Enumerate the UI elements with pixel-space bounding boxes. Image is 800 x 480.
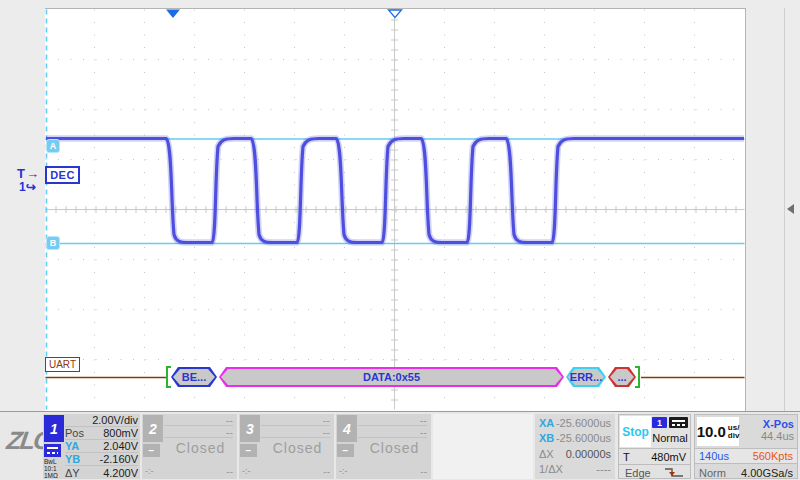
ya-value: 2.040V bbox=[103, 440, 138, 452]
decode-error-text: ERR... bbox=[566, 367, 606, 387]
xa-row: XA -25.6000us bbox=[539, 415, 611, 431]
decode-more-bubble[interactable]: ... bbox=[608, 367, 636, 387]
channel4-panel[interactable]: 4 − -- -- Closed -:- -- bbox=[336, 414, 431, 479]
xpos-readout: X-Pos 44.4us bbox=[761, 418, 794, 442]
channel3-badge[interactable]: 3 bbox=[240, 415, 260, 442]
sample-rate-row: Norm 4.00GSa/s bbox=[695, 465, 797, 480]
decode-data-text: DATA:0x55 bbox=[219, 367, 564, 387]
uart-bus-label[interactable]: UART bbox=[45, 357, 80, 372]
waveform-screen: T→ 1↪ A B DEC UART BE... DATA:0x55 ERR..… bbox=[0, 0, 800, 411]
acquisition-window-row: 140us 560Kpts bbox=[695, 448, 797, 464]
trigger-source-row: 1 bbox=[652, 417, 688, 430]
trigger-dc-coupling-icon bbox=[669, 417, 688, 428]
xb-row: XB -25.6000us bbox=[539, 431, 611, 447]
decode-indicator[interactable]: DEC bbox=[45, 166, 80, 184]
acquisition-mode: Norm bbox=[699, 467, 726, 479]
cursor-dy-row: ΔY 4.200V bbox=[65, 466, 138, 479]
trigger-type-label: Edge bbox=[625, 467, 651, 479]
channel1-position-marker[interactable]: 1↪ bbox=[19, 180, 36, 194]
xa-value: -25.6000us bbox=[556, 417, 611, 429]
waveform-plot bbox=[0, 0, 800, 411]
side-panel-divider bbox=[784, 8, 785, 411]
channel4-dash: -- bbox=[420, 466, 427, 477]
dx-value: 0.00000s bbox=[566, 448, 611, 460]
channel1-panel[interactable]: 1 BwL 10:1 1MΩ 2.00V/div Pos 800mV YA 2.… bbox=[43, 414, 140, 479]
channel3-dash: -- bbox=[323, 466, 330, 477]
decode-start-text: BE... bbox=[171, 367, 217, 387]
trigger-mode[interactable]: Normal bbox=[652, 432, 688, 444]
channel2-dash-row: -- bbox=[164, 414, 233, 426]
memory-depth: 560Kpts bbox=[753, 450, 793, 462]
channel2-imp-dash: -:- bbox=[145, 466, 154, 476]
side-panel-expander-icon[interactable] bbox=[787, 204, 794, 214]
status-bar: ZLG® 1 BwL 10:1 1MΩ 2.00V/div Pos 800mV … bbox=[0, 411, 800, 480]
trigger-level-value: 480mV bbox=[651, 451, 686, 463]
timebase-scale-box[interactable]: 10.0 us/div bbox=[697, 417, 739, 446]
channel2-dash: -- bbox=[226, 466, 233, 477]
channel4-status: Closed bbox=[358, 440, 431, 456]
channel1-pos-value: 800mV bbox=[103, 427, 138, 439]
timebase-scale: 10.0 bbox=[697, 423, 726, 440]
channel2-panel[interactable]: 2 − -- -- Closed -:- -- bbox=[142, 414, 237, 479]
channel2-dash-row: -- bbox=[164, 426, 233, 438]
channel4-dash-row: -- bbox=[358, 414, 427, 426]
decode-more-text: ... bbox=[608, 367, 636, 387]
run-state-indicator[interactable]: Stop bbox=[620, 416, 651, 447]
xpos-label: X-Pos bbox=[761, 418, 794, 430]
channel4-dash-row: -- bbox=[358, 426, 427, 438]
channel3-imp-dash: -:- bbox=[242, 466, 251, 476]
cursor-b-badge[interactable]: B bbox=[46, 236, 60, 250]
xb-value: -25.6000us bbox=[556, 432, 611, 444]
cursor-yb-row: YB -2.160V bbox=[65, 453, 138, 466]
channel1-pos-row: Pos 800mV bbox=[65, 427, 138, 440]
trigger-panel[interactable]: Stop 1 Normal T 480mV Edge bbox=[618, 414, 691, 479]
timebase-unit: us/div bbox=[728, 424, 740, 440]
falling-edge-icon bbox=[664, 466, 684, 479]
xpos-value: 44.4us bbox=[761, 430, 794, 442]
oscilloscope-ui: T→ 1↪ A B DEC UART BE... DATA:0x55 ERR..… bbox=[0, 0, 800, 480]
dx-label: ΔX bbox=[539, 448, 554, 460]
inv-dx-row: 1/ΔX ---- bbox=[539, 462, 611, 478]
channel4-coupling-icon: − bbox=[337, 444, 354, 457]
channel1-scale: 2.00V/div bbox=[92, 414, 138, 426]
channel3-status: Closed bbox=[261, 440, 334, 456]
channel1-probe-info: BwL 10:1 1MΩ bbox=[44, 458, 64, 479]
sample-rate: 4.00GSa/s bbox=[741, 467, 793, 479]
xb-label: XB bbox=[539, 432, 554, 444]
dx-row: ΔX 0.00000s bbox=[539, 446, 611, 462]
channel2-coupling-icon: − bbox=[143, 444, 160, 457]
cursor-readout-panel[interactable]: XA -25.6000us XB -25.6000us ΔX 0.00000s … bbox=[535, 414, 615, 479]
trigger-level-label: T bbox=[623, 451, 630, 463]
yb-value: -2.160V bbox=[99, 453, 138, 465]
trigger-source-badge[interactable]: 1 bbox=[652, 417, 667, 428]
channel3-dash-row: -- bbox=[261, 426, 330, 438]
trigger-level-marker[interactable]: T→ bbox=[17, 166, 40, 181]
pos-label: Pos bbox=[65, 427, 84, 439]
xa-label: XA bbox=[539, 417, 554, 429]
window-length: 140us bbox=[699, 450, 729, 462]
channel4-badge[interactable]: 4 bbox=[337, 415, 357, 442]
impedance-label: 1MΩ bbox=[44, 472, 64, 479]
channel3-panel[interactable]: 3 − -- -- Closed -:- -- bbox=[239, 414, 334, 479]
probe-ratio-label: 10:1 bbox=[44, 465, 64, 472]
timebase-panel[interactable]: 10.0 us/div X-Pos 44.4us 140us 560Kpts N… bbox=[694, 414, 798, 479]
channel4-imp-dash: -:- bbox=[339, 466, 348, 476]
channel3-dash-row: -- bbox=[261, 414, 330, 426]
decode-start-bubble[interactable]: BE... bbox=[171, 367, 217, 387]
channel1-badge[interactable]: 1 bbox=[44, 415, 64, 442]
channel2-badge[interactable]: 2 bbox=[143, 415, 163, 442]
channel3-coupling-icon: − bbox=[240, 444, 257, 457]
cursor-a-badge[interactable]: A bbox=[46, 139, 60, 153]
decode-error-bubble[interactable]: ERR... bbox=[566, 367, 606, 387]
inv-dx-label: 1/ΔX bbox=[539, 463, 563, 475]
trigger-level-row: T 480mV bbox=[619, 448, 690, 464]
empty-panel bbox=[433, 414, 533, 479]
trigger-type-row[interactable]: Edge bbox=[619, 464, 690, 480]
channel1-scale-row: 2.00V/div bbox=[65, 414, 138, 427]
inv-dx-value: ---- bbox=[596, 463, 611, 475]
yb-label: YB bbox=[65, 453, 80, 465]
cursor-ya-row: YA 2.040V bbox=[65, 440, 138, 453]
decode-data-bubble[interactable]: DATA:0x55 bbox=[219, 367, 564, 387]
frame-close-bracket bbox=[635, 366, 640, 388]
bandwidth-limit-label: BwL bbox=[44, 458, 64, 465]
